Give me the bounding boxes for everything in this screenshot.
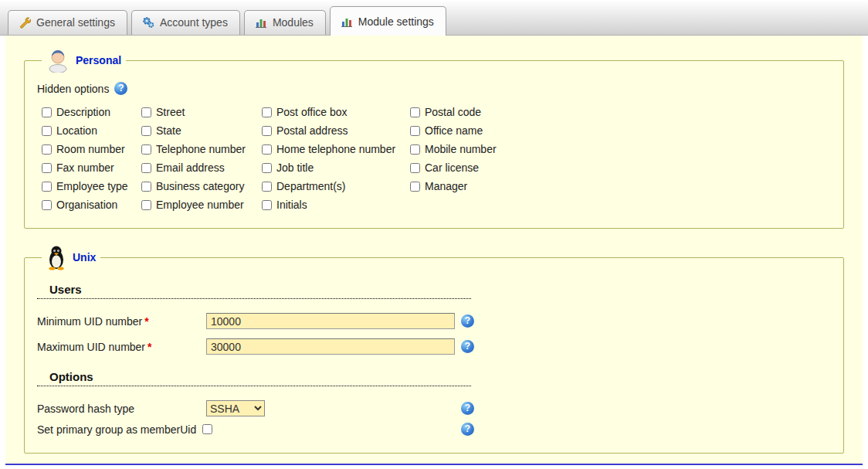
hidden-option-checkbox[interactable] bbox=[410, 144, 420, 155]
hidden-option-checkbox[interactable] bbox=[42, 163, 52, 173]
hidden-option-item[interactable]: Business category bbox=[141, 180, 262, 192]
hidden-option-label: Job title bbox=[276, 161, 314, 174]
users-section-header: Users bbox=[37, 283, 471, 299]
help-icon[interactable]: ? bbox=[461, 340, 474, 353]
hidden-option-item[interactable]: Room number bbox=[42, 143, 141, 155]
hidden-option-item[interactable]: Telephone number bbox=[141, 143, 262, 155]
help-icon[interactable]: ? bbox=[461, 423, 474, 436]
hidden-option-checkbox[interactable] bbox=[42, 107, 52, 117]
min-uid-input[interactable] bbox=[206, 313, 455, 329]
hidden-option-label: Business category bbox=[156, 180, 244, 192]
module-settings-icon bbox=[341, 15, 353, 28]
unix-legend: Unix bbox=[42, 244, 100, 270]
hidden-option-checkbox[interactable] bbox=[141, 182, 151, 192]
unix-section: Unix Users Minimum UID number* ? Maximum… bbox=[24, 244, 844, 454]
options-section-header: Options bbox=[37, 370, 471, 386]
hidden-option-checkbox[interactable] bbox=[262, 163, 272, 173]
min-uid-row: Minimum UID number* ? bbox=[37, 313, 474, 329]
hidden-option-checkbox[interactable] bbox=[410, 182, 420, 192]
hidden-option-checkbox[interactable] bbox=[141, 107, 151, 117]
max-uid-input[interactable] bbox=[206, 338, 455, 355]
hidden-option-item[interactable]: Car license bbox=[410, 161, 557, 174]
hidden-option-item[interactable]: Department(s) bbox=[262, 180, 410, 192]
hidden-option-checkbox[interactable] bbox=[262, 107, 272, 117]
tab-label: Modules bbox=[273, 16, 314, 29]
hidden-option-label: State bbox=[156, 124, 181, 137]
hidden-option-checkbox[interactable] bbox=[141, 163, 151, 173]
hidden-option-label: Home telephone number bbox=[276, 143, 395, 155]
hidden-option-label: Post office box bbox=[276, 106, 348, 118]
hidden-option-item[interactable]: Employee type bbox=[42, 180, 141, 192]
hidden-option-checkbox[interactable] bbox=[42, 200, 52, 210]
hidden-option-item[interactable]: Employee number bbox=[141, 199, 262, 211]
unix-title: Unix bbox=[73, 251, 96, 263]
hidden-option-label: Mobile number bbox=[425, 143, 497, 155]
tab-module-settings[interactable]: Module settings bbox=[330, 6, 446, 36]
module-settings-page: Personal Hidden options ? Description St… bbox=[5, 36, 863, 465]
hidden-option-item[interactable]: Description bbox=[42, 106, 141, 118]
hidden-option-label: Location bbox=[56, 124, 97, 137]
hidden-option-item[interactable]: Job title bbox=[262, 161, 410, 174]
hidden-option-item[interactable]: Location bbox=[42, 124, 141, 137]
help-icon[interactable]: ? bbox=[114, 82, 127, 95]
hidden-option-item[interactable]: Organisation bbox=[42, 199, 141, 211]
hidden-option-item[interactable]: State bbox=[141, 124, 262, 137]
help-icon[interactable]: ? bbox=[461, 314, 474, 328]
hidden-option-checkbox[interactable] bbox=[141, 200, 151, 210]
tab-modules[interactable]: Modules bbox=[244, 10, 326, 35]
max-uid-row: Maximum UID number* ? bbox=[37, 338, 474, 355]
hidden-option-checkbox[interactable] bbox=[262, 200, 272, 210]
personal-title: Personal bbox=[76, 54, 121, 66]
hidden-option-item[interactable]: Office name bbox=[410, 124, 557, 137]
hidden-option-checkbox[interactable] bbox=[141, 144, 151, 155]
personal-section: Personal Hidden options ? Description St… bbox=[24, 48, 844, 229]
help-icon[interactable]: ? bbox=[461, 402, 474, 415]
hidden-option-item[interactable]: Fax number bbox=[42, 161, 141, 174]
hidden-option-item[interactable]: Manager bbox=[410, 180, 557, 192]
hidden-option-checkbox[interactable] bbox=[262, 126, 272, 136]
hidden-option-label: Telephone number bbox=[156, 143, 246, 155]
gears-icon bbox=[142, 16, 154, 29]
hidden-options-grid: Description Street Post office box Posta… bbox=[42, 106, 832, 211]
password-hash-label: Password hash type bbox=[37, 403, 206, 415]
password-hash-row: Password hash type SSHA ? bbox=[37, 400, 474, 416]
hidden-option-label: Manager bbox=[425, 180, 467, 192]
member-uid-label: Set primary group as memberUid bbox=[37, 423, 196, 436]
hidden-option-checkbox[interactable] bbox=[42, 126, 52, 136]
hidden-option-label: Car license bbox=[425, 161, 479, 174]
hidden-option-item[interactable]: Postal code bbox=[410, 106, 557, 118]
hidden-option-checkbox[interactable] bbox=[42, 144, 52, 155]
hidden-option-item[interactable]: Post office box bbox=[262, 106, 410, 118]
hidden-option-checkbox[interactable] bbox=[141, 126, 151, 136]
tab-general-settings[interactable]: General settings bbox=[8, 10, 127, 35]
hidden-option-label: Department(s) bbox=[276, 180, 345, 192]
hidden-option-checkbox[interactable] bbox=[262, 144, 272, 155]
hidden-option-label: Room number bbox=[56, 143, 125, 155]
tab-label: Account types bbox=[160, 16, 228, 29]
wrench-icon bbox=[19, 16, 31, 29]
tux-penguin-icon bbox=[46, 244, 66, 270]
hidden-option-item[interactable]: Street bbox=[141, 106, 262, 118]
hidden-option-item[interactable]: Email address bbox=[141, 161, 262, 174]
max-uid-label: Maximum UID number* bbox=[37, 341, 206, 353]
hidden-option-checkbox[interactable] bbox=[410, 107, 420, 117]
min-uid-label: Minimum UID number* bbox=[37, 315, 206, 328]
hidden-option-checkbox[interactable] bbox=[262, 182, 272, 192]
required-marker: * bbox=[144, 315, 148, 328]
hidden-option-label: Employee type bbox=[56, 180, 128, 192]
hidden-option-checkbox[interactable] bbox=[42, 182, 52, 192]
password-hash-select[interactable]: SSHA bbox=[206, 400, 265, 416]
hidden-option-item[interactable]: Mobile number bbox=[410, 143, 557, 155]
hidden-option-label: Fax number bbox=[56, 161, 114, 174]
hidden-option-item[interactable]: Home telephone number bbox=[262, 143, 410, 155]
member-uid-checkbox[interactable] bbox=[202, 424, 212, 434]
hidden-option-item[interactable]: Postal address bbox=[262, 124, 410, 137]
tab-label: Module settings bbox=[358, 15, 434, 28]
required-marker: * bbox=[147, 341, 151, 353]
hidden-option-checkbox[interactable] bbox=[410, 126, 420, 136]
tab-account-types[interactable]: Account types bbox=[131, 10, 240, 35]
hidden-option-label: Postal code bbox=[425, 106, 481, 118]
tab-label: General settings bbox=[36, 16, 115, 29]
hidden-option-checkbox[interactable] bbox=[410, 163, 420, 173]
hidden-option-item[interactable]: Initials bbox=[262, 199, 410, 211]
